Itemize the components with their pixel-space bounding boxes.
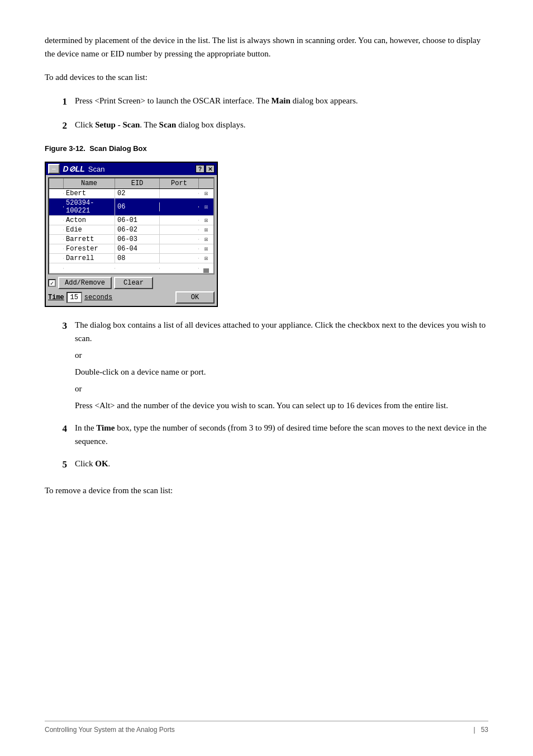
row-check[interactable] bbox=[49, 248, 64, 249]
row-check[interactable] bbox=[49, 239, 64, 240]
row-name: Ebert bbox=[64, 189, 115, 198]
dialog-body: Name EID Port Ebert 02 ☒ bbox=[46, 175, 217, 306]
step-3-or2: or bbox=[75, 382, 488, 395]
step-1: 1 Press <Print Screen> to launch the OSC… bbox=[45, 94, 488, 109]
row-name: Forester bbox=[64, 244, 115, 253]
step-5-bold: OK bbox=[95, 459, 108, 468]
row-port bbox=[160, 206, 199, 207]
row-eid: 06-02 bbox=[115, 225, 160, 234]
table-row[interactable]: Ebert 02 ☒ bbox=[49, 189, 213, 199]
step-2-num: 2 bbox=[45, 118, 67, 133]
dialog-wrapper: — D⊘LL Scan ? ✕ Name EID bbox=[45, 162, 218, 307]
row-port bbox=[160, 193, 199, 194]
scan-dialog[interactable]: — D⊘LL Scan ? ✕ Name EID bbox=[45, 162, 218, 307]
row-check[interactable] bbox=[49, 193, 64, 194]
titlebar-right: ? ✕ bbox=[196, 165, 215, 173]
intro-text2: To add devices to the scan list: bbox=[45, 70, 488, 84]
dialog-titlebar: — D⊘LL Scan ? ✕ bbox=[46, 163, 217, 175]
step-2-bold1: Setup - Scan bbox=[95, 120, 140, 129]
step-3-sub2: Press <Alt> and the number of the device… bbox=[75, 399, 488, 412]
table-row[interactable]: Acton 06-01 ☒ bbox=[49, 216, 213, 225]
time-input[interactable] bbox=[66, 292, 82, 303]
step-3-content: The dialog box contains a list of all de… bbox=[75, 318, 488, 412]
ok-button[interactable]: OK bbox=[175, 291, 215, 304]
step-1-content: Press <Print Screen> to launch the OSCAR… bbox=[75, 94, 488, 107]
header-eid: EID bbox=[115, 178, 160, 188]
close-btn[interactable]: ✕ bbox=[206, 165, 215, 173]
step-2-content: Click Setup - Scan. The Scan dialog box … bbox=[75, 118, 488, 131]
row-name: Edie bbox=[64, 225, 115, 234]
step-1-num: 1 bbox=[45, 94, 67, 109]
row-port bbox=[160, 229, 199, 230]
step-3: 3 The dialog box contains a list of all … bbox=[45, 318, 488, 412]
figure-label: Figure 3-12. Scan Dialog Box bbox=[45, 144, 488, 153]
page-content: determined by placement of the device in… bbox=[45, 34, 488, 497]
step-5-content: Click OK. bbox=[75, 457, 488, 470]
table-row-empty bbox=[49, 263, 213, 273]
row-cb[interactable]: ☒ bbox=[199, 216, 213, 225]
table-row[interactable]: Edie 06-02 ☒ bbox=[49, 225, 213, 235]
ok-label: OK bbox=[191, 294, 199, 301]
footer-pagenum: 53 bbox=[481, 726, 488, 734]
row-check[interactable] bbox=[49, 258, 64, 259]
scan-table-wrapper: Name EID Port Ebert 02 ☒ bbox=[48, 177, 215, 275]
step-4: 4 In the Time box, type the number of se… bbox=[45, 421, 488, 448]
intro-text: determined by placement of the device in… bbox=[45, 34, 488, 60]
dialog-bottom-row1: ✓ Add/Remove Clear bbox=[48, 277, 215, 289]
row-cb[interactable]: ☒ bbox=[199, 235, 213, 244]
table-row[interactable]: Barrett 06-03 ☒ bbox=[49, 235, 213, 244]
titlebar-left: — D⊘LL Scan bbox=[48, 164, 104, 174]
row-cb[interactable]: ☒ bbox=[199, 225, 213, 234]
step-5-num: 5 bbox=[45, 457, 67, 472]
row-check[interactable] bbox=[49, 206, 64, 207]
step-1-bold: Main bbox=[272, 96, 291, 105]
row-cb[interactable]: ☒ bbox=[199, 254, 213, 263]
row-eid: 06-03 bbox=[115, 235, 160, 244]
add-remove-checkbox[interactable]: ✓ bbox=[48, 279, 56, 287]
table-row[interactable]: 520394-100221 06 ☒ bbox=[49, 199, 213, 216]
row-cb[interactable]: ☒ bbox=[199, 202, 213, 211]
step-3-or1: or bbox=[75, 348, 488, 362]
footer-left: Controlling Your System at the Analog Po… bbox=[45, 726, 175, 734]
row-check[interactable] bbox=[49, 229, 64, 230]
header-name: Name bbox=[64, 178, 115, 188]
row-port bbox=[160, 220, 199, 221]
step-4-num: 4 bbox=[45, 421, 67, 436]
steps-list-2: 3 The dialog box contains a list of all … bbox=[45, 318, 488, 472]
row-cb[interactable]: ☒ bbox=[199, 189, 213, 198]
row-port bbox=[160, 248, 199, 249]
time-label: Time bbox=[48, 294, 64, 301]
step-4-bold: Time bbox=[96, 423, 115, 432]
step-3-num: 3 bbox=[45, 318, 67, 333]
row-check[interactable] bbox=[49, 220, 64, 221]
add-remove-label: Add/Remove bbox=[65, 279, 105, 287]
help-btn[interactable]: ? bbox=[196, 165, 204, 173]
row-name: Barrett bbox=[64, 235, 115, 244]
minimize-btn[interactable]: — bbox=[48, 164, 60, 174]
clear-button[interactable]: Clear bbox=[114, 277, 153, 289]
row-name: Darrell bbox=[64, 254, 115, 263]
row-eid: 06-04 bbox=[115, 244, 160, 253]
header-port: Port bbox=[160, 178, 199, 188]
step-5: 5 Click OK. bbox=[45, 457, 488, 472]
row-name: 520394-100221 bbox=[64, 199, 115, 215]
step-3-sub1: Double-click on a device name or port. bbox=[75, 365, 488, 379]
header-check bbox=[49, 178, 64, 188]
seconds-label: seconds bbox=[84, 294, 112, 301]
row-eid: 06 bbox=[115, 202, 160, 211]
scan-table-header: Name EID Port bbox=[49, 178, 213, 189]
row-eid: 02 bbox=[115, 189, 160, 198]
add-remove-button[interactable]: Add/Remove bbox=[58, 277, 112, 289]
row-name: Acton bbox=[64, 216, 115, 225]
figure-title-text: Scan Dialog Box bbox=[89, 144, 147, 153]
outro-text: To remove a device from the scan list: bbox=[45, 484, 488, 497]
table-row[interactable]: Darrell 08 ☒ bbox=[49, 254, 213, 263]
row-cb[interactable]: ☒ bbox=[199, 244, 213, 253]
row-eid: 08 bbox=[115, 254, 160, 263]
table-row[interactable]: Forester 06-04 ☒ bbox=[49, 244, 213, 254]
footer: Controlling Your System at the Analog Po… bbox=[45, 721, 488, 734]
dialog-bottom-row2: Time seconds OK bbox=[48, 291, 215, 304]
steps-list: 1 Press <Print Screen> to launch the OSC… bbox=[45, 94, 488, 133]
row-port bbox=[160, 258, 199, 259]
step-4-content: In the Time box, type the number of seco… bbox=[75, 421, 488, 448]
